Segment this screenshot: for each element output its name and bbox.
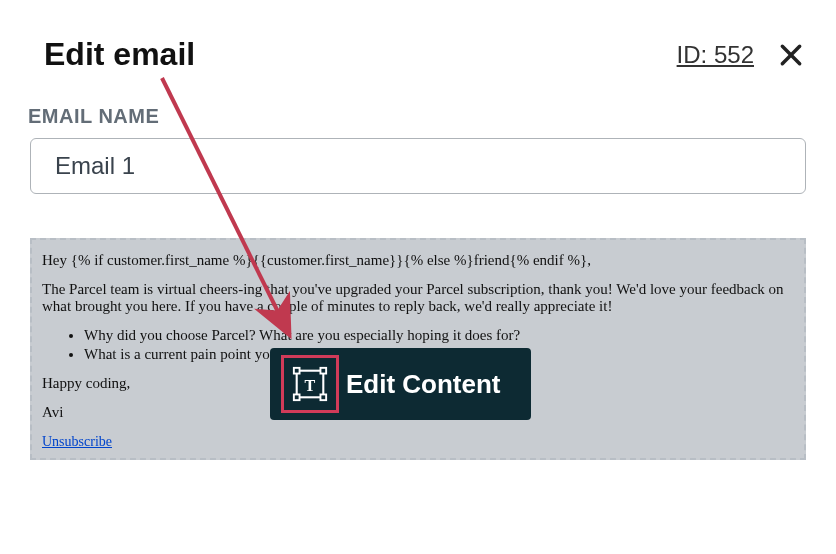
page-title: Edit email (44, 36, 195, 73)
edit-text-frame-icon: T (291, 365, 329, 403)
list-item: Why did you choose Parcel? What are you … (84, 327, 794, 344)
preview-body: The Parcel team is virtual cheers-ing th… (42, 281, 794, 315)
close-icon (778, 42, 804, 68)
svg-text:T: T (305, 377, 316, 394)
close-button[interactable] (776, 40, 806, 70)
svg-rect-6 (320, 394, 326, 400)
svg-rect-4 (320, 368, 326, 374)
unsubscribe-link[interactable]: Unsubscribe (42, 434, 112, 449)
edit-content-label: Edit Content (346, 369, 501, 400)
id-link[interactable]: ID: 552 (677, 41, 754, 69)
email-name-label: EMAIL NAME (28, 105, 836, 128)
preview-greeting: Hey {% if customer.first_name %}{{custom… (42, 252, 794, 269)
svg-rect-3 (294, 368, 300, 374)
edit-content-icon-highlight: T (284, 358, 336, 410)
edit-content-button[interactable]: T Edit Content (270, 348, 531, 420)
svg-rect-5 (294, 394, 300, 400)
email-name-input[interactable] (30, 138, 806, 194)
